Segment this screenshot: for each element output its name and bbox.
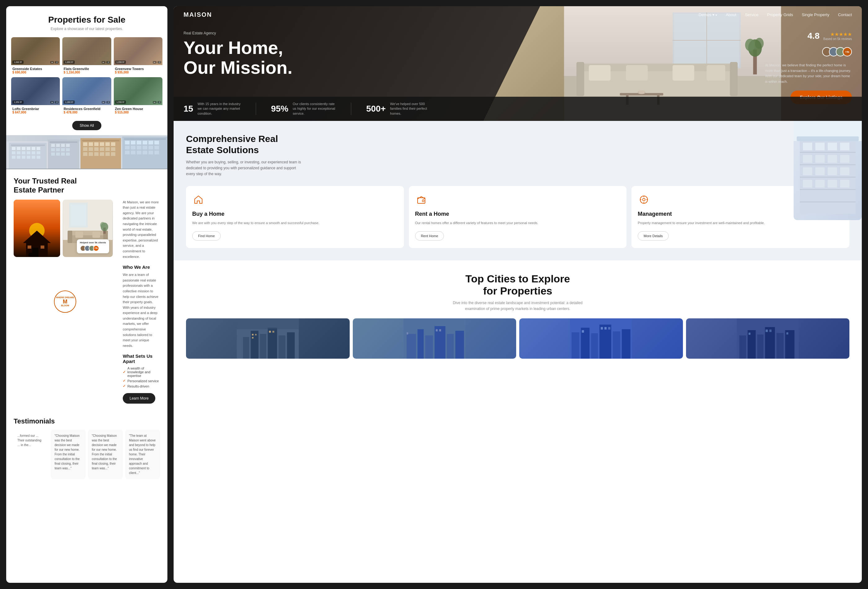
svg-rect-13 — [32, 151, 35, 154]
rating-label: Based on 5k reviews — [823, 37, 852, 41]
city-card-2[interactable] — [353, 318, 517, 359]
what-sets-apart: What Sets Us Apart ✓A wealth of knowledg… — [123, 353, 160, 388]
property-card-1[interactable]: 1,890 ft² 🛏 🚿 Flats Greenville $ 1,150,0… — [62, 37, 111, 75]
property-card-3[interactable]: 1,350 ft² 🛏 🚿 Lofts Greenbriar $ 647,000 — [11, 77, 60, 115]
bed-icon-1: 🛏 — [102, 61, 105, 63]
property-tag-3: 1,350 ft² — [12, 100, 24, 104]
svg-rect-26 — [66, 144, 70, 147]
right-panel: MAISON Demos ▾ About Service Property Gr… — [174, 6, 862, 583]
nav-single-property[interactable]: Single Property — [802, 12, 829, 17]
svg-rect-57 — [125, 141, 130, 145]
svg-rect-17 — [22, 156, 25, 159]
city-card-4[interactable] — [686, 318, 850, 359]
svg-rect-23 — [51, 144, 55, 147]
svg-rect-110 — [589, 65, 611, 81]
nav-contact[interactable]: Contact — [838, 12, 852, 17]
testimonials-grid: ...formed our ... Their outstanding ... … — [14, 430, 160, 479]
svg-rect-138 — [840, 155, 849, 163]
checklist: ✓A wealth of knowledge and expertise✓Per… — [123, 366, 160, 388]
find-home-button[interactable]: Find Home — [192, 231, 221, 241]
testimonial-card-0: ...formed our ... Their outstanding ... … — [14, 430, 48, 479]
check-icon-2: ✓ — [123, 384, 125, 388]
svg-rect-142 — [840, 167, 849, 175]
svg-rect-31 — [51, 152, 55, 156]
property-price-1: $ 1,150,000 — [63, 71, 110, 74]
svg-rect-163 — [269, 331, 271, 333]
city-card-1[interactable] — [186, 318, 350, 359]
svg-rect-44 — [89, 147, 93, 151]
bed-icon-5: 🛏 — [153, 101, 156, 103]
rent-home-button[interactable]: Rent Home — [415, 231, 444, 241]
nav-demos[interactable]: Demos ▾ — [699, 12, 717, 17]
rating-details: ★★★★★ Based on 5k reviews — [823, 31, 852, 41]
more-details-button[interactable]: More Details — [638, 231, 669, 241]
property-image-3: 1,350 ft² 🛏 🚿 — [11, 77, 60, 105]
svg-rect-82 — [41, 245, 44, 249]
svg-rect-68 — [154, 146, 159, 149]
hero-title-line1: Your Home, — [183, 37, 283, 58]
svg-rect-175 — [439, 329, 441, 331]
building-banner — [6, 135, 167, 169]
properties-title: Properties for Sale — [14, 15, 160, 25]
svg-rect-24 — [56, 144, 60, 147]
svg-rect-54 — [111, 152, 115, 156]
cities-section: Top Cities to Explorefor Properties Dive… — [174, 260, 862, 371]
nav-service[interactable]: Service — [745, 12, 758, 17]
nav-about[interactable]: About — [726, 12, 736, 17]
svg-rect-122 — [639, 90, 645, 94]
svg-rect-197 — [786, 332, 788, 335]
property-name-5: Zen Green House — [115, 107, 161, 111]
bed-icon-3: 🛏 — [50, 101, 54, 103]
buy-home-icon — [192, 193, 205, 206]
property-grid: 1,680 ft² 🛏 🚿 Greenside Estates $ 690,00… — [6, 37, 167, 120]
svg-rect-6 — [27, 147, 30, 150]
stat-rating-desc: Our clients consistently rate us highly … — [293, 102, 336, 116]
svg-rect-196 — [769, 329, 771, 332]
svg-rect-93 — [68, 231, 72, 243]
svg-rect-96 — [92, 232, 100, 238]
check-item-2: ✓Results-driven — [123, 384, 160, 388]
svg-rect-5 — [22, 147, 25, 150]
svg-rect-39 — [94, 142, 99, 146]
svg-rect-33 — [61, 152, 65, 156]
property-price-2: $ 935,000 — [115, 71, 161, 74]
svg-rect-111 — [626, 65, 648, 81]
svg-rect-4 — [17, 147, 21, 150]
properties-section: Properties for Sale Explore a showcase o… — [6, 6, 167, 37]
brand-badge: WHERE DREAMS M BLOOM — [54, 291, 76, 313]
bath-icon-0: 🚿 — [55, 61, 59, 63]
bath-icon-4: 🚿 — [106, 101, 110, 103]
svg-rect-15 — [12, 156, 16, 159]
property-card-2[interactable]: 1,950 ft² 🛏 🚿 Greenvew Towers $ 935,000 — [114, 37, 162, 75]
svg-rect-61 — [149, 141, 153, 145]
svg-rect-140 — [815, 167, 825, 175]
rating-stars: ★★★★★ — [823, 31, 852, 37]
city-card-3[interactable] — [519, 318, 683, 359]
property-card-0[interactable]: 1,680 ft² 🛏 🚿 Greenside Estates $ 690,00… — [11, 37, 60, 75]
svg-rect-143 — [803, 180, 812, 187]
nav-property-grids[interactable]: Property Grids — [767, 12, 793, 17]
show-all-button[interactable]: Show All — [72, 121, 101, 130]
svg-rect-146 — [840, 180, 849, 187]
property-card-5[interactable]: 1,550 ft² 🛏 🚿 Zen Green House $ 515,000 — [114, 77, 162, 115]
svg-rect-62 — [154, 141, 159, 145]
svg-rect-135 — [803, 155, 812, 163]
who-we-are: Who We Are We are a team of passionate r… — [123, 264, 160, 348]
trusted-section: Your Trusted RealEstate Partner — [6, 169, 167, 195]
svg-rect-70 — [131, 151, 136, 154]
bath-icon-2: 🚿 — [158, 61, 161, 63]
svg-rect-134 — [840, 143, 849, 151]
svg-rect-194 — [748, 333, 750, 335]
learn-more-button[interactable]: Learn More — [123, 393, 155, 404]
svg-rect-41 — [105, 142, 110, 146]
svg-rect-72 — [143, 151, 147, 154]
property-card-4[interactable]: 1,280 ft² 🛏 🚿 Residences Greenfield $ 47… — [62, 77, 111, 115]
architecture-svg — [794, 121, 862, 220]
svg-rect-177 — [572, 332, 579, 359]
property-price-5: $ 515,000 — [115, 111, 161, 114]
svg-rect-53 — [105, 152, 110, 156]
trusted-images: WHERE DREAMS M BLOOM — [14, 200, 113, 404]
property-name-4: Residences Greenfield — [63, 107, 110, 111]
svg-rect-2 — [11, 145, 45, 146]
svg-rect-67 — [149, 146, 153, 149]
